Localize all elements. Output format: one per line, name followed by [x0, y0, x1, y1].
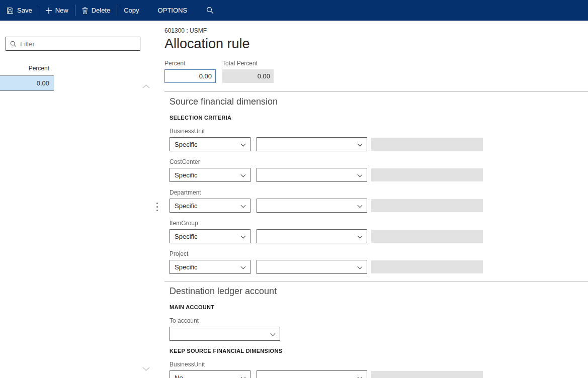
- keep-businessunit-value-select[interactable]: [257, 370, 367, 378]
- chevron-down-icon: [241, 172, 246, 177]
- total-percent-label: Total Percent: [222, 60, 274, 67]
- record-id: 601300 : USMF: [164, 27, 588, 34]
- department-label: Department: [170, 189, 588, 196]
- chevron-down-icon: [358, 264, 363, 269]
- save-icon: [7, 7, 14, 14]
- page-title: Allocation rule: [164, 36, 588, 52]
- section-title: Source financial dimension: [170, 96, 588, 107]
- percent-field: Percent: [164, 60, 216, 83]
- search-icon: [10, 41, 17, 47]
- keep-businessunit-detail-field: [371, 371, 483, 378]
- to-account-select[interactable]: [170, 327, 280, 341]
- filter-box: [6, 37, 140, 51]
- chevron-down-icon: [241, 203, 246, 208]
- chevron-down-icon: [358, 203, 363, 208]
- businessunit-label: BusinessUnit: [170, 128, 588, 135]
- selection-criteria-group-title: SELECTION CRITERIA: [170, 115, 588, 121]
- keep-dimension-row-businessunit: BusinessUnit No: [170, 361, 588, 378]
- select-value: Specific: [175, 141, 198, 148]
- costcenter-operator-select[interactable]: Specific: [170, 168, 250, 182]
- project-label: Project: [170, 250, 588, 257]
- itemgroup-label: ItemGroup: [170, 220, 588, 227]
- destination-ledger-account-section: Destination ledger account MAIN ACCOUNT …: [164, 281, 588, 378]
- select-value: Specific: [175, 233, 198, 240]
- department-operator-select[interactable]: Specific: [170, 199, 250, 213]
- total-percent-field: Total Percent 0.00: [222, 60, 274, 83]
- businessunit-value-select[interactable]: [257, 137, 367, 151]
- select-value: Specific: [175, 202, 198, 210]
- keep-source-dimensions-group-title: KEEP SOURCE FINANCIAL DIMENSIONS: [170, 348, 588, 354]
- search-icon: [206, 7, 214, 14]
- chevron-down-icon: [241, 234, 246, 239]
- select-value: Specific: [175, 263, 198, 271]
- itemgroup-value-select[interactable]: [257, 229, 367, 243]
- chevron-up-icon: [142, 84, 150, 88]
- filter-input[interactable]: [20, 40, 136, 48]
- chevron-down-icon: [358, 234, 363, 239]
- section-title: Destination ledger account: [170, 286, 588, 297]
- dimension-row-department: Department Specific: [170, 189, 588, 213]
- chevron-down-icon: [358, 172, 363, 177]
- dimension-row-costcenter: CostCenter Specific: [170, 158, 588, 182]
- grip-dots-icon: [156, 203, 158, 211]
- percent-column-header[interactable]: Percent: [0, 63, 54, 76]
- copy-button[interactable]: Copy: [117, 0, 145, 21]
- trash-icon: [82, 7, 88, 14]
- toolbar-search-button[interactable]: [198, 0, 222, 21]
- dimension-row-project: Project Specific: [170, 250, 588, 274]
- chevron-down-icon: [142, 367, 150, 371]
- to-account-field: To account: [170, 317, 588, 341]
- department-value-select[interactable]: [257, 199, 367, 213]
- lines-grid: Percent 0.00: [0, 63, 151, 91]
- dimension-row-itemgroup: ItemGroup Specific: [170, 220, 588, 243]
- chevron-down-icon: [271, 331, 276, 336]
- new-label: New: [55, 7, 68, 14]
- project-detail-field: [371, 260, 483, 273]
- chevron-down-icon: [241, 375, 246, 378]
- total-percent-value: 0.00: [222, 69, 274, 83]
- new-button[interactable]: New: [39, 0, 75, 21]
- grid-row-selected[interactable]: 0.00: [0, 76, 54, 91]
- percent-label: Percent: [164, 60, 216, 67]
- main-panel: 601300 : USMF Allocation rule Percent To…: [164, 21, 588, 378]
- options-label: OPTIONS: [158, 7, 188, 14]
- save-label: Save: [17, 7, 32, 14]
- businessunit-detail-field: [371, 138, 483, 151]
- costcenter-detail-field: [371, 168, 483, 181]
- costcenter-label: CostCenter: [170, 158, 588, 165]
- copy-label: Copy: [124, 7, 139, 14]
- keep-businessunit-label: BusinessUnit: [170, 361, 588, 368]
- record-list-panel: Percent 0.00: [0, 21, 151, 378]
- delete-label: Delete: [92, 7, 111, 14]
- plus-icon: [46, 8, 52, 14]
- chevron-down-icon: [358, 375, 363, 378]
- department-detail-field: [371, 199, 483, 212]
- scroll-up-button[interactable]: [142, 81, 150, 90]
- select-value: Specific: [175, 171, 198, 179]
- save-button[interactable]: Save: [0, 0, 39, 21]
- scroll-down-button[interactable]: [142, 364, 150, 373]
- chevron-down-icon: [241, 264, 246, 269]
- percent-fields-row: Percent Total Percent 0.00: [164, 60, 588, 83]
- businessunit-operator-select[interactable]: Specific: [170, 137, 250, 151]
- options-menu[interactable]: OPTIONS: [150, 0, 196, 21]
- to-account-label: To account: [170, 317, 588, 324]
- itemgroup-detail-field: [371, 230, 483, 243]
- project-value-select[interactable]: [257, 260, 367, 274]
- main-account-group-title: MAIN ACCOUNT: [170, 304, 588, 311]
- toolbar: Save New Delete Copy OPTIONS: [0, 0, 588, 21]
- panel-splitter[interactable]: [151, 21, 164, 378]
- itemgroup-operator-select[interactable]: Specific: [170, 229, 250, 243]
- dimension-row-businessunit: BusinessUnit Specific: [170, 128, 588, 151]
- project-operator-select[interactable]: Specific: [170, 260, 250, 274]
- percent-input[interactable]: [164, 69, 216, 83]
- delete-button[interactable]: Delete: [75, 0, 117, 21]
- chevron-down-icon: [358, 142, 363, 147]
- keep-businessunit-operator-select[interactable]: No: [170, 370, 250, 378]
- select-value: No: [175, 374, 183, 378]
- source-financial-dimension-section: Source financial dimension SELECTION CRI…: [164, 91, 588, 274]
- chevron-down-icon: [241, 142, 246, 147]
- costcenter-value-select[interactable]: [257, 168, 367, 182]
